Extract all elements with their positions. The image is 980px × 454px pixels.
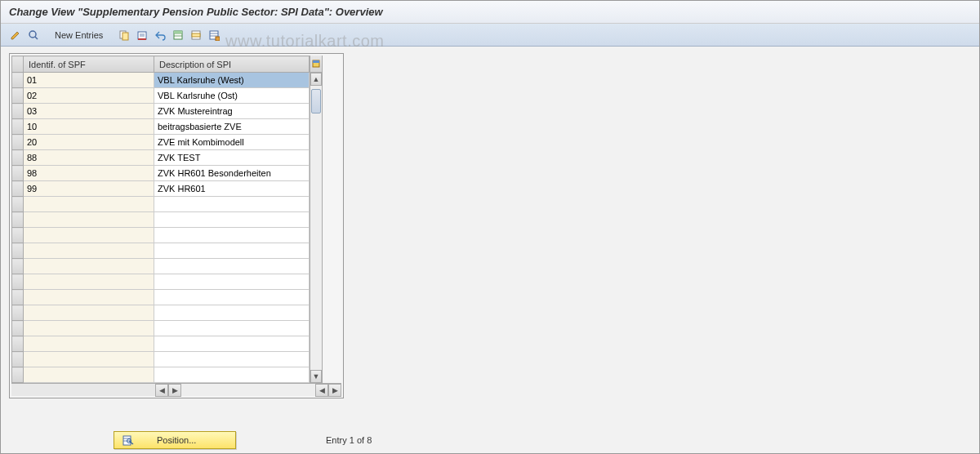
description-cell[interactable] — [154, 367, 310, 383]
other-view-icon[interactable] — [25, 27, 42, 43]
table-row-empty[interactable] — [12, 259, 310, 274]
deselect-all-icon[interactable] — [206, 27, 222, 43]
scroll-down-button[interactable]: ▼ — [310, 370, 322, 383]
table-row[interactable]: 88ZVK TEST — [12, 150, 310, 166]
description-cell[interactable]: ZVE mit Kombimodell — [154, 135, 310, 150]
table-row[interactable]: 02VBL Karlsruhe (Ost) — [12, 88, 310, 104]
identif-cell[interactable]: 98 — [24, 166, 154, 181]
description-cell[interactable] — [154, 274, 310, 290]
column-header-identif[interactable]: Identif. of SPF — [24, 56, 154, 73]
row-select-cell[interactable] — [12, 88, 24, 104]
description-cell[interactable]: ZVK HR601 Besonderheiten — [154, 166, 310, 181]
row-select-cell[interactable] — [12, 336, 24, 352]
scroll-left-button[interactable]: ◀ — [155, 384, 168, 397]
select-all-icon[interactable] — [170, 27, 186, 43]
description-cell[interactable] — [154, 228, 310, 243]
row-select-cell[interactable] — [12, 135, 24, 150]
undo-change-icon[interactable] — [152, 27, 168, 43]
description-cell[interactable] — [154, 336, 310, 352]
description-cell[interactable] — [154, 305, 310, 321]
scroll-left-end-button[interactable]: ◀ — [315, 384, 328, 397]
table-row-empty[interactable] — [12, 305, 310, 321]
description-cell[interactable]: VBL Karlsruhe (West) — [154, 73, 310, 88]
identif-cell[interactable]: 88 — [24, 150, 154, 166]
identif-cell[interactable] — [24, 321, 154, 336]
identif-cell[interactable] — [24, 336, 154, 352]
table-row-empty[interactable] — [12, 290, 310, 305]
identif-cell[interactable] — [24, 243, 154, 259]
identif-cell[interactable]: 20 — [24, 135, 154, 150]
row-select-cell[interactable] — [12, 274, 24, 290]
table-row-empty[interactable] — [12, 243, 310, 259]
position-button[interactable]: Position... — [114, 431, 236, 449]
identif-cell[interactable] — [24, 274, 154, 290]
delete-icon[interactable] — [134, 27, 150, 43]
identif-cell[interactable] — [24, 212, 154, 228]
column-header-description[interactable]: Description of SPI — [154, 56, 310, 73]
description-cell[interactable]: beitragsbasierte ZVE — [154, 119, 310, 135]
row-select-cell[interactable] — [12, 305, 24, 321]
table-row[interactable]: 01VBL Karlsruhe (West) — [12, 73, 310, 88]
description-cell[interactable]: ZVK Mustereintrag — [154, 104, 310, 119]
table-row[interactable]: 99ZVK HR601 — [12, 181, 310, 197]
row-select-cell[interactable] — [12, 166, 24, 181]
table-row-empty[interactable] — [12, 274, 310, 290]
row-select-cell[interactable] — [12, 290, 24, 305]
identif-cell[interactable]: 03 — [24, 104, 154, 119]
scroll-right-button[interactable]: ▶ — [168, 384, 181, 397]
description-cell[interactable]: ZVK HR601 — [154, 181, 310, 197]
row-select-cell[interactable] — [12, 321, 24, 336]
scroll-right-end-button[interactable]: ▶ — [328, 384, 341, 397]
copy-as-icon[interactable] — [116, 27, 132, 43]
row-select-cell[interactable] — [12, 73, 24, 88]
identif-cell[interactable]: 10 — [24, 119, 154, 135]
identif-cell[interactable] — [24, 352, 154, 367]
row-select-cell[interactable] — [12, 243, 24, 259]
row-select-cell[interactable] — [12, 228, 24, 243]
table-row[interactable]: 03ZVK Mustereintrag — [12, 104, 310, 119]
row-select-cell[interactable] — [12, 352, 24, 367]
spi-data-table[interactable]: Identif. of SPF Description of SPI 01VBL… — [11, 56, 310, 383]
table-row-empty[interactable] — [12, 352, 310, 367]
description-cell[interactable] — [154, 352, 310, 367]
table-row[interactable]: 98ZVK HR601 Besonderheiten — [12, 166, 310, 181]
identif-cell[interactable] — [24, 290, 154, 305]
row-select-header[interactable] — [12, 56, 24, 73]
table-row-empty[interactable] — [12, 197, 310, 212]
table-row-empty[interactable] — [12, 228, 310, 243]
identif-cell[interactable]: 02 — [24, 88, 154, 104]
table-row[interactable]: 10beitragsbasierte ZVE — [12, 119, 310, 135]
toggle-display-change-icon[interactable] — [7, 27, 24, 43]
identif-cell[interactable] — [24, 367, 154, 383]
description-cell[interactable]: VBL Karlsruhe (Ost) — [154, 88, 310, 104]
identif-cell[interactable] — [24, 259, 154, 274]
scroll-up-button[interactable]: ▲ — [310, 73, 322, 86]
description-cell[interactable] — [154, 212, 310, 228]
scroll-thumb[interactable] — [311, 89, 321, 114]
row-select-cell[interactable] — [12, 197, 24, 212]
description-cell[interactable] — [154, 290, 310, 305]
new-entries-button[interactable]: New Entries — [50, 29, 108, 42]
row-select-cell[interactable] — [12, 150, 24, 166]
description-cell[interactable] — [154, 321, 310, 336]
row-select-cell[interactable] — [12, 212, 24, 228]
row-select-cell[interactable] — [12, 104, 24, 119]
table-row-empty[interactable] — [12, 367, 310, 383]
table-settings-icon[interactable] — [310, 56, 322, 73]
row-select-cell[interactable] — [12, 119, 24, 135]
row-select-cell[interactable] — [12, 367, 24, 383]
vertical-scrollbar[interactable]: ▲ ▼ — [310, 56, 323, 383]
horizontal-scrollbar[interactable]: ◀ ▶ ◀ ▶ — [11, 383, 341, 396]
table-row-empty[interactable] — [12, 212, 310, 228]
row-select-cell[interactable] — [12, 181, 24, 197]
scroll-track[interactable] — [310, 86, 322, 370]
description-cell[interactable] — [154, 243, 310, 259]
select-block-icon[interactable] — [188, 27, 204, 43]
table-row[interactable]: 20ZVE mit Kombimodell — [12, 135, 310, 150]
identif-cell[interactable]: 01 — [24, 73, 154, 88]
identif-cell[interactable] — [24, 228, 154, 243]
table-row-empty[interactable] — [12, 336, 310, 352]
description-cell[interactable] — [154, 259, 310, 274]
identif-cell[interactable]: 99 — [24, 181, 154, 197]
row-select-cell[interactable] — [12, 259, 24, 274]
